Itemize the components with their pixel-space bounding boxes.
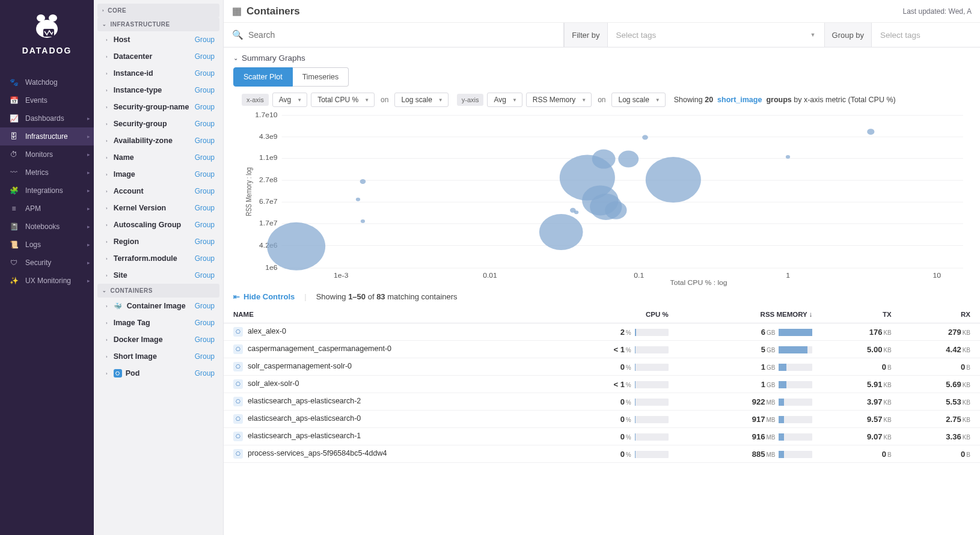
group-action[interactable]: Group xyxy=(195,335,215,344)
group-action[interactable]: Group xyxy=(195,170,215,179)
nav-item-watchdog[interactable]: 🐾Watchdog xyxy=(0,73,94,91)
facet-region[interactable]: ›RegionGroup xyxy=(97,233,219,250)
chevron-right-icon: › xyxy=(106,304,108,309)
facet-security-group-name[interactable]: ›Security-group-nameGroup xyxy=(97,99,219,115)
group-action[interactable]: Group xyxy=(195,221,215,229)
y-metric-select[interactable]: RSS Memory▼ xyxy=(526,93,592,107)
col-cpu-[interactable]: CPU % xyxy=(544,306,678,323)
table-row[interactable]: ⎔solr_caspermanagement-solr-0 0% 1GB 0B … xyxy=(224,358,980,376)
facet-name[interactable]: ›NameGroup xyxy=(97,149,219,166)
facet-docker-image[interactable]: ›Docker ImageGroup xyxy=(97,331,219,348)
facet-section-containers[interactable]: ⌄CONTAINERS xyxy=(97,284,219,298)
group-action[interactable]: Group xyxy=(195,237,215,246)
nav-item-events[interactable]: 📅Events xyxy=(0,91,94,109)
chevron-right-icon: › xyxy=(106,320,108,326)
page-title: ▦ Containers xyxy=(232,5,300,17)
group-action[interactable]: Group xyxy=(195,153,215,162)
search-input[interactable] xyxy=(243,23,555,47)
nav-item-dashboards[interactable]: 📈Dashboards▸ xyxy=(0,109,94,127)
svg-text:1.1e9: 1.1e9 xyxy=(259,154,277,161)
table-row[interactable]: ⎔elasticsearch_aps-elasticsearch-2 0% 92… xyxy=(224,393,980,411)
facet-container-image[interactable]: ›🐳Container ImageGroup xyxy=(97,298,219,314)
facet-account[interactable]: ›AccountGroup xyxy=(97,183,219,200)
nav-item-monitors[interactable]: ⏱Monitors▸ xyxy=(0,145,94,164)
hide-controls-button[interactable]: ⇤ Hide Controls xyxy=(233,292,295,301)
nav-item-notebooks[interactable]: 📓Notebooks▸ xyxy=(0,218,94,236)
svg-text:4.3e9: 4.3e9 xyxy=(259,133,277,140)
nav-item-security[interactable]: 🛡Security▸ xyxy=(0,254,94,272)
tab-timeseries[interactable]: Timeseries xyxy=(293,67,349,87)
group-action[interactable]: Group xyxy=(195,352,215,361)
facet-availability-zone[interactable]: ›Availability-zoneGroup xyxy=(97,132,219,149)
table-row[interactable]: ⎔alex_alex-0 2% 6GB 176KB 279KB xyxy=(224,323,980,341)
facet-terraform-module[interactable]: ›Terraform.moduleGroup xyxy=(97,250,219,267)
col-name[interactable]: NAME xyxy=(224,306,544,323)
group-action[interactable]: Group xyxy=(195,35,215,44)
svg-text:1e6: 1e6 xyxy=(265,264,277,271)
col-tx[interactable]: TX xyxy=(822,306,901,323)
facet-section-infrastructure[interactable]: ⌄INFRASTRUCTURE xyxy=(97,17,219,31)
main-nav: DATADOG 🐾Watchdog📅Events📈Dashboards▸🗄Inf… xyxy=(0,0,94,535)
svg-point-31 xyxy=(539,214,583,250)
chevron-right-icon: › xyxy=(106,155,108,160)
nav-item-metrics[interactable]: 〰Metrics▸ xyxy=(0,164,94,182)
k8s-icon: ⎔ xyxy=(233,344,243,354)
facet-instance-type[interactable]: ›Instance-typeGroup xyxy=(97,82,219,99)
facet-security-group[interactable]: ›Security-groupGroup xyxy=(97,115,219,132)
y-agg-select[interactable]: Avg▼ xyxy=(487,93,522,107)
chevron-right-icon: › xyxy=(106,273,108,278)
tab-scatter-plot[interactable]: Scatter Plot xyxy=(233,67,293,87)
filter-by-select[interactable]: Select tags ▼ xyxy=(608,31,824,40)
group-action[interactable]: Group xyxy=(195,271,215,280)
facet-site[interactable]: ›SiteGroup xyxy=(97,267,219,284)
short-image-link[interactable]: short_image xyxy=(717,96,762,104)
facet-autoscaling-group[interactable]: ›Autoscaling GroupGroup xyxy=(97,216,219,233)
facet-image[interactable]: ›ImageGroup xyxy=(97,166,219,183)
scatter-chart[interactable]: 1e64.2e61.7e76.7e72.7e81.1e94.3e91.7e101… xyxy=(242,112,970,286)
facet-section-core[interactable]: ›CORE xyxy=(97,4,219,17)
nav-item-infrastructure[interactable]: 🗄Infrastructure▸ xyxy=(0,127,94,145)
group-action[interactable]: Group xyxy=(195,52,215,61)
group-action[interactable]: Group xyxy=(195,254,215,263)
col-rss-memory-[interactable]: RSS MEMORY ↓ xyxy=(678,306,822,323)
k8s-icon: ⎔ xyxy=(233,362,243,371)
group-action[interactable]: Group xyxy=(195,86,215,94)
group-action[interactable]: Group xyxy=(195,319,215,327)
nav-item-integrations[interactable]: 🧩Integrations▸ xyxy=(0,182,94,200)
facet-pod[interactable]: ›⎔PodGroup xyxy=(97,365,219,382)
summary-graphs-toggle[interactable]: ⌄ Summary Graphs xyxy=(224,47,980,67)
x-agg-select[interactable]: Avg▼ xyxy=(272,93,307,107)
facet-datacenter[interactable]: ›DatacenterGroup xyxy=(97,48,219,65)
group-action[interactable]: Group xyxy=(195,187,215,195)
nav-item-ux-monitoring[interactable]: ✨UX Monitoring▸ xyxy=(0,272,94,290)
facet-instance-id[interactable]: ›Instance-idGroup xyxy=(97,65,219,82)
table-row[interactable]: ⎔elasticsearch_aps-elasticsearch-1 0% 91… xyxy=(224,428,980,445)
group-action[interactable]: Group xyxy=(195,302,215,310)
facet-kernel-version[interactable]: ›Kernel VersionGroup xyxy=(97,200,219,216)
group-action[interactable]: Group xyxy=(195,103,215,111)
watchdog-icon: 🐾 xyxy=(8,78,19,87)
facet-short-image[interactable]: ›Short ImageGroup xyxy=(97,348,219,365)
group-action[interactable]: Group xyxy=(195,69,215,78)
nav-item-apm[interactable]: ≡APM▸ xyxy=(0,200,94,218)
group-action[interactable]: Group xyxy=(195,136,215,145)
table-row[interactable]: ⎔elasticsearch_aps-elasticsearch-0 0% 91… xyxy=(224,411,980,428)
group-action[interactable]: Group xyxy=(195,204,215,212)
group-action[interactable]: Group xyxy=(195,120,215,128)
group-action[interactable]: Group xyxy=(195,369,215,378)
col-rx[interactable]: RX xyxy=(901,306,980,323)
k8s-icon: ⎔ xyxy=(233,397,243,406)
table-row[interactable]: ⎔solr_alex-solr-0 < 1% 1GB 5.91KB 5.69KB xyxy=(224,376,980,393)
search-box[interactable]: 🔍 xyxy=(224,23,564,47)
y-scale-select[interactable]: Log scale▼ xyxy=(611,93,665,107)
ux monitoring-icon: ✨ xyxy=(8,277,19,285)
x-metric-select[interactable]: Total CPU %▼ xyxy=(311,93,375,107)
facet-image-tag[interactable]: ›Image TagGroup xyxy=(97,314,219,331)
x-scale-select[interactable]: Log scale▼ xyxy=(394,93,448,107)
nav-item-logs[interactable]: 📜Logs▸ xyxy=(0,236,94,254)
group-by-select[interactable]: Select tags xyxy=(872,31,980,40)
table-row[interactable]: ⎔process-services_aps-5f96584bc5-4ddw4 0… xyxy=(224,445,980,463)
table-row[interactable]: ⎔caspermanagement_caspermanagement-0 < 1… xyxy=(224,341,980,358)
datadog-logo-icon xyxy=(29,11,65,41)
facet-host[interactable]: ›HostGroup xyxy=(97,31,219,48)
